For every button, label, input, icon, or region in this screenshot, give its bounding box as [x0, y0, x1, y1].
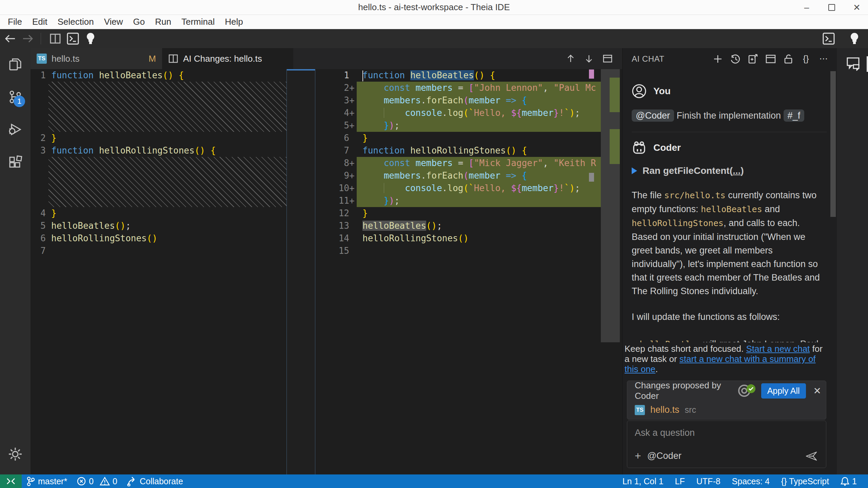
status-ln-1-col-1[interactable]: Ln 1, Col 1 — [617, 476, 669, 486]
code-line[interactable]: 5+ }); — [315, 119, 601, 132]
forward-arrow-icon[interactable] — [20, 31, 35, 46]
code-line[interactable]: 1function helloBeatles() { — [315, 69, 601, 82]
activity-source-control[interactable]: 1 — [0, 81, 31, 113]
close-icon[interactable]: ✕ — [852, 2, 862, 13]
code-line[interactable]: 12} — [315, 207, 601, 220]
restore-icon[interactable] — [827, 2, 837, 13]
more-icon[interactable]: ⋯ — [818, 54, 829, 64]
menu-selection[interactable]: Selection — [53, 15, 99, 29]
rail-active-indicator — [867, 56, 868, 72]
status-problems[interactable]: 00 — [72, 474, 122, 488]
status-utf-8[interactable]: UTF-8 — [691, 476, 726, 486]
code-line[interactable]: 15 — [315, 245, 601, 257]
message-paragraph: The file src/hello.ts currently contains… — [632, 188, 827, 298]
split-editor-icon[interactable] — [48, 31, 63, 46]
chat-scrollbar[interactable] — [830, 71, 836, 217]
changed-file-row[interactable]: TS hello.ts src — [627, 401, 826, 419]
back-arrow-icon[interactable] — [3, 31, 18, 46]
code-line[interactable]: 13helloBeatles(); — [315, 220, 601, 232]
lightbulb-icon[interactable] — [83, 31, 98, 46]
menu-terminal[interactable]: Terminal — [176, 15, 220, 29]
new-chat-icon[interactable] — [712, 54, 723, 64]
menu-run[interactable]: Run — [150, 15, 176, 29]
agent-mention[interactable]: @Coder — [647, 451, 682, 461]
braces-icon[interactable]: {} — [801, 54, 811, 64]
lightbulb-icon[interactable] — [847, 31, 862, 46]
next-change-icon[interactable] — [584, 54, 594, 63]
tool-call-args-link[interactable]: ... — [733, 165, 741, 176]
code-line[interactable]: 3function helloRollingStones() { — [31, 144, 287, 157]
code-line[interactable]: 6} — [315, 132, 601, 144]
menu-file[interactable]: File — [3, 15, 27, 29]
layout-icon[interactable] — [765, 54, 776, 64]
inline-code: src/hello.ts — [664, 190, 726, 200]
previous-change-icon[interactable] — [566, 54, 575, 63]
scrollbar-overview-ruler[interactable] — [601, 69, 620, 342]
expand-triangle-icon[interactable] — [632, 167, 637, 174]
ai-chat-header: AI CHAT {}⋯ — [623, 48, 837, 69]
diff-modified-pane[interactable]: 1function helloBeatles() {2+ const membe… — [315, 69, 622, 474]
code-line[interactable]: 2+ const members = ["John Lennon", "Paul… — [315, 82, 601, 94]
code-content: helloRollingStones() — [357, 232, 601, 245]
status-spaces-4[interactable]: Spaces: 4 — [726, 476, 775, 486]
status-notifications[interactable]: 1 — [835, 476, 863, 486]
diff-sash[interactable] — [287, 69, 315, 474]
added-line-marker: + — [349, 182, 357, 195]
code-line[interactable]: 1function helloBeatles() { — [31, 69, 287, 82]
export-icon[interactable] — [748, 54, 758, 64]
attach-context-icon[interactable]: + — [635, 450, 641, 462]
remote-indicator[interactable] — [0, 474, 22, 488]
code-line[interactable]: 8+ const members = ["Mick Jagger", "Keit… — [315, 157, 601, 169]
code-line[interactable]: 5helloBeatles(); — [31, 220, 287, 232]
menu-view[interactable]: View — [99, 15, 128, 29]
code-line[interactable]: 4+ console.log(`Hello, ${member}!`); — [315, 107, 601, 119]
code-line[interactable]: 6helloRollingStones() — [31, 232, 287, 245]
code-line[interactable]: 10+ console.log(`Hello, ${member}!`); — [315, 182, 601, 195]
mention-chip[interactable]: #_f — [784, 109, 805, 122]
code-line[interactable]: 4} — [31, 207, 287, 220]
terminal-icon[interactable] — [821, 31, 836, 46]
code-line[interactable]: 7 — [31, 245, 287, 257]
chat-message-list[interactable]: You@Coder Finish the implementation #_fC… — [623, 69, 837, 342]
terminal-icon[interactable] — [65, 31, 80, 46]
inline-view-icon[interactable] — [603, 54, 613, 64]
status-collaborate[interactable]: Collaborate — [122, 474, 188, 488]
unlock-icon[interactable] — [783, 54, 794, 64]
chat-view-icon[interactable] — [837, 53, 868, 75]
code-line[interactable]: 7function helloRollingStones() { — [315, 144, 601, 157]
tab-ai-changes[interactable]: AI Changes: hello.ts — [162, 48, 293, 69]
menu-go[interactable]: Go — [128, 15, 150, 29]
history-icon[interactable] — [730, 54, 741, 64]
changes-close-icon[interactable]: ✕ — [813, 385, 821, 396]
added-line-marker: + — [349, 107, 357, 119]
code-line[interactable]: 9+ members.forEach(member => { — [315, 169, 601, 182]
ai-chat-panel: AI CHAT {}⋯ You@Coder Finish the impleme… — [622, 48, 837, 474]
code-line[interactable]: 14helloRollingStones() — [315, 232, 601, 245]
chat-link[interactable]: Start a new chat — [746, 344, 810, 354]
code-line[interactable]: 11+ }); — [315, 195, 601, 207]
chat-input[interactable] — [635, 428, 818, 438]
activity-debug[interactable] — [0, 113, 31, 146]
status-master-[interactable]: master* — [22, 474, 72, 488]
status-lf[interactable]: LF — [669, 476, 691, 486]
activity-extensions[interactable] — [0, 146, 31, 178]
mention-chip[interactable]: @Coder — [632, 109, 674, 122]
tab-hello-ts[interactable]: TS hello.ts M — [31, 48, 162, 69]
chat-input-box[interactable]: + @Coder — [627, 421, 826, 468]
menu-edit[interactable]: Edit — [27, 15, 53, 29]
chat-link[interactable]: start a new chat with a summary of this … — [625, 354, 816, 374]
minimap[interactable] — [588, 69, 601, 474]
code-line[interactable]: 2} — [31, 132, 287, 144]
code-line[interactable]: 3+ members.forEach(member => { — [315, 94, 601, 107]
code-content: const members = ["John Lennon", "Paul Mc — [357, 82, 601, 94]
send-icon[interactable] — [805, 450, 818, 462]
menu-help[interactable]: Help — [220, 15, 248, 29]
activity-settings[interactable] — [0, 438, 31, 470]
diff-original-pane[interactable]: 1function helloBeatles() {2}3function he… — [31, 69, 287, 474]
minimize-icon[interactable]: – — [802, 2, 812, 13]
apply-all-button[interactable]: Apply All — [761, 383, 806, 399]
line-number: 12 — [315, 207, 349, 220]
activity-explorer[interactable] — [0, 48, 31, 81]
status--typescript[interactable]: {} TypeScript — [775, 476, 835, 486]
tool-call-row[interactable]: Ran getFileContent(...) — [632, 165, 827, 176]
